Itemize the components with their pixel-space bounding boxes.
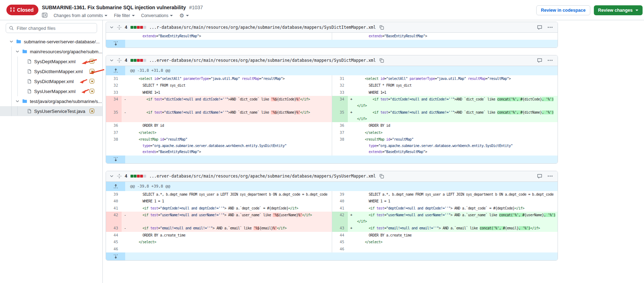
code-cell: </select> <box>355 239 558 246</box>
filter-changed-files-input[interactable] <box>6 23 97 33</box>
tree-file-sysdictmapper-xml[interactable]: SysDictMapper.xml <box>0 76 102 86</box>
expand-row <box>106 156 558 163</box>
chevron-down-icon[interactable] <box>15 99 20 103</box>
line-number[interactable]: 45 <box>332 239 348 246</box>
file-path-link[interactable]: ...erver-database/src/main/resources/org… <box>149 174 376 179</box>
drag-handle-grip-icon[interactable] <box>117 58 122 63</box>
review-in-codespace-button[interactable]: Review in codespace <box>536 5 590 15</box>
line-number[interactable]: 39 <box>332 191 348 198</box>
file-filter-dropdown[interactable]: File filter <box>114 13 134 18</box>
tree-file-sysdeptmapper-xml[interactable]: SysDeptMapper.xml <box>0 56 102 66</box>
file-comment-marker[interactable] <box>90 69 94 74</box>
collapse-file-button[interactable] <box>110 58 114 62</box>
diff-pane-right: 45 </select> <box>332 239 558 246</box>
chevron-down-icon <box>132 15 135 18</box>
file-options-kebab-button[interactable] <box>548 60 553 61</box>
line-number[interactable]: 35 <box>332 109 348 122</box>
line-number[interactable]: 43 <box>106 225 122 232</box>
file-comment-marker[interactable] <box>90 79 94 83</box>
context-marker <box>122 246 129 253</box>
review-changes-button[interactable]: Review changes <box>594 5 643 15</box>
line-number[interactable]: 32 <box>106 82 122 89</box>
context-marker <box>348 191 355 198</box>
diff-settings-gear[interactable]: ⚙ <box>179 12 188 19</box>
line-number[interactable]: 33 <box>332 89 348 96</box>
drag-handle-grip-icon[interactable] <box>117 25 122 30</box>
expand-diff-down-button[interactable] <box>106 156 125 163</box>
line-number[interactable]: 42 <box>332 212 348 225</box>
tree-folder-test-java-org-apache-submarine-s[interactable]: test/java/org/apache/submarine/s... <box>0 96 102 106</box>
chevron-down-icon[interactable] <box>15 49 20 54</box>
conversations-dropdown[interactable]: Conversations <box>141 13 173 18</box>
expand-hunk-up-button[interactable] <box>106 182 125 191</box>
line-number[interactable]: 46 <box>106 246 122 253</box>
file-options-kebab-button[interactable] <box>548 175 553 177</box>
tree-file-sysuserservicetest-java[interactable]: SysUserServiceTest.java <box>0 106 102 116</box>
context-marker <box>348 82 355 89</box>
context-marker <box>348 89 355 96</box>
file-path-link[interactable]: ...erver-database/src/main/resources/org… <box>149 58 376 63</box>
tree-folder-submarine-server-server-database[interactable]: submarine-server/server-database/... <box>0 37 102 47</box>
line-number[interactable]: 34 <box>106 96 122 109</box>
line-number[interactable]: 40 <box>106 198 122 205</box>
line-number[interactable]: 38 <box>106 136 122 156</box>
code-line: WHERE 1 = 1 <box>131 198 332 205</box>
tree-file-sysusermapper-xml[interactable]: SysUserMapper.xml <box>0 86 102 96</box>
file-icon <box>27 109 32 114</box>
diff-pane-left: 42- <if test="userName!=null and userNam… <box>106 212 332 225</box>
line-number[interactable]: 46 <box>332 246 348 253</box>
code-line: ORDER BY id <box>131 123 332 129</box>
file-comment-marker[interactable] <box>90 109 94 113</box>
copy-path-button[interactable] <box>379 58 384 63</box>
line-number[interactable]: 45 <box>106 239 122 246</box>
diff-row: 31 <select id="selectAll" parameterType=… <box>106 75 558 82</box>
tree-file-sysdictitemmapper-xml[interactable]: SysDictItemMapper.xml <box>0 66 102 76</box>
line-number[interactable]: 38 <box>332 136 348 156</box>
copy-path-button[interactable] <box>379 25 384 30</box>
line-number[interactable]: 43 <box>332 225 348 232</box>
code-line: WHERE 1=1 <box>357 89 558 96</box>
drag-handle-grip-icon[interactable] <box>117 174 122 179</box>
line-number[interactable]: 37 <box>332 129 348 136</box>
expand-hunk-up-button[interactable] <box>106 66 125 75</box>
line-number[interactable]: 36 <box>106 122 122 129</box>
file-comment-button[interactable] <box>537 58 542 63</box>
line-number[interactable]: 34 <box>332 96 348 109</box>
addition-marker: + <box>348 212 355 225</box>
file-path-link[interactable]: ...r-database/src/main/resources/org/apa… <box>149 25 376 30</box>
chevron-down-icon[interactable] <box>9 39 14 44</box>
file-comment-button[interactable] <box>537 174 542 179</box>
line-number[interactable]: 33 <box>106 89 122 96</box>
line-number[interactable]: 37 <box>106 129 122 136</box>
collapse-file-button[interactable] <box>110 25 114 29</box>
line-number[interactable]: 36 <box>332 122 348 129</box>
expand-diff-down-button[interactable] <box>106 252 125 260</box>
changes-from-dropdown[interactable]: Changes from all commits <box>54 13 108 18</box>
line-number[interactable]: 35 <box>106 109 122 122</box>
file-options-kebab-button[interactable] <box>548 27 553 28</box>
file-comment-marker[interactable] <box>90 89 94 93</box>
expand-up-icon <box>113 68 118 73</box>
file-comment-button[interactable] <box>537 25 542 30</box>
file-comment-marker[interactable] <box>90 59 94 64</box>
line-number[interactable]: 31 <box>106 75 122 82</box>
line-number[interactable]: 32 <box>332 82 348 89</box>
line-number[interactable]: 44 <box>332 232 348 239</box>
expand-diff-down-button[interactable] <box>106 40 125 48</box>
line-number[interactable]: 40 <box>332 198 348 205</box>
diff-row: 34- <if test="dictCode!=null and dictCod… <box>106 96 558 109</box>
diff-pane-right: 43+ <if test="email!=null and email!=''"… <box>332 225 558 232</box>
line-number[interactable]: 44 <box>106 232 122 239</box>
line-number[interactable]: 41 <box>332 205 348 212</box>
toggle-file-tree-button[interactable] <box>42 13 47 18</box>
diff-pane-right: 37 </select> <box>332 129 558 136</box>
collapse-file-button[interactable] <box>110 174 114 178</box>
line-number[interactable]: 31 <box>332 75 348 82</box>
line-number[interactable]: 39 <box>106 191 122 198</box>
line-number[interactable]: 41 <box>106 205 122 212</box>
code-cell: WHERE 1 = 1 <box>129 198 332 205</box>
line-number[interactable]: 42 <box>106 212 122 225</box>
diff-row: 33 WHERE 1=133 WHERE 1=1 <box>106 89 558 96</box>
copy-path-button[interactable] <box>379 174 384 179</box>
tree-folder-main-resources-org-apache-subm[interactable]: main/resources/org/apache/subm... <box>0 47 102 56</box>
